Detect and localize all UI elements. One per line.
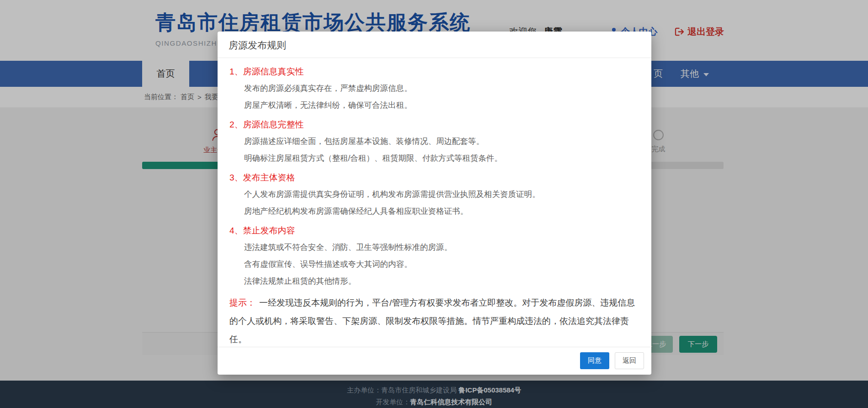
modal-title: 房源发布规则: [218, 32, 651, 58]
rule-line: 明确标注房屋租赁方式（整租/合租）、租赁期限、付款方式等租赁条件。: [244, 150, 639, 167]
rule-section: 2、房源信息完整性 房源描述应详细全面，包括房屋基本设施、装修情况、周边配套等。…: [229, 117, 639, 167]
rule-heading: 3、发布主体资格: [229, 170, 639, 186]
rule-heading: 4、禁止发布内容: [229, 223, 639, 239]
modal-footer: 同意 返回: [218, 347, 651, 375]
rule-line: 房地产经纪机构发布房源需确保经纪人具备相应职业资格证书。: [244, 203, 639, 220]
tip-text: 一经发现违反本规则的行为，平台/管理方有权要求发布者立即整改。对于发布虚假房源、…: [229, 298, 635, 344]
rule-line: 房源描述应详细全面，包括房屋基本设施、装修情况、周边配套等。: [244, 133, 639, 150]
rule-line: 法律法规禁止租赁的其他情形。: [244, 273, 639, 290]
rule-line: 个人发布房源需提供真实身份证明，机构发布房源需提供营业执照及相关资质证明。: [244, 186, 639, 203]
rules-modal: 房源发布规则 1、房源信息真实性 发布的房源必须真实存在，严禁虚构房源信息。 房…: [218, 32, 651, 375]
return-button[interactable]: 返回: [615, 352, 644, 369]
tip-label: 提示：: [229, 298, 256, 307]
agree-button[interactable]: 同意: [580, 352, 609, 369]
rule-line: 发布的房源必须真实存在，严禁虚构房源信息。: [244, 80, 639, 97]
rule-line: 房屋产权清晰，无法律纠纷，确保可合法出租。: [244, 97, 639, 114]
rules-tip: 提示：一经发现违反本规则的行为，平台/管理方有权要求发布者立即整改。对于发布虚假…: [229, 294, 639, 347]
rule-line: 违法建筑或不符合安全、消防、卫生等强制性标准的房源。: [244, 239, 639, 256]
rule-heading: 1、房源信息真实性: [229, 64, 639, 80]
page: 青岛市住房租赁市场公共服务系统 QINGDAOSHIZHUFANGZULINSH…: [0, 0, 868, 408]
rule-line: 含有虚假宣传、误导性描述或夸大其词的内容。: [244, 256, 639, 273]
rule-section: 1、房源信息真实性 发布的房源必须真实存在，严禁虚构房源信息。 房屋产权清晰，无…: [229, 64, 639, 114]
rule-heading: 2、房源信息完整性: [229, 117, 639, 133]
rule-section: 4、禁止发布内容 违法建筑或不符合安全、消防、卫生等强制性标准的房源。 含有虚假…: [229, 223, 639, 290]
modal-body: 1、房源信息真实性 发布的房源必须真实存在，严禁虚构房源信息。 房屋产权清晰，无…: [218, 58, 651, 347]
rule-section: 3、发布主体资格 个人发布房源需提供真实身份证明，机构发布房源需提供营业执照及相…: [229, 170, 639, 220]
